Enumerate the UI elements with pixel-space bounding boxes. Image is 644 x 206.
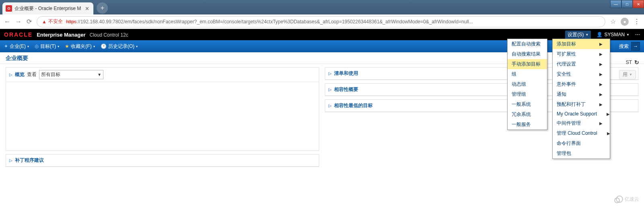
target-icon: ◎ (35, 43, 39, 49)
collapse-icon[interactable]: ▷ (9, 158, 12, 163)
menu-item[interactable]: 添加目标▶ (553, 39, 610, 49)
url-rest: ://192.168.40.99:7802/em/faces/sdk/nonFa… (76, 19, 473, 25)
minimize-button[interactable]: — (610, 0, 621, 8)
menu-item[interactable]: 一般服务 (508, 119, 547, 130)
use-badge[interactable]: 用 ▼ (619, 70, 636, 79)
em-navbar: ✦企业(E)▾ ◎目标(T)▾ ★收藏夹(F)▾ 🕑历史记录(O)▾ 搜索 → (0, 40, 644, 52)
nav-label: 收藏夹(F) (71, 43, 91, 50)
panel-title: 清单和使用 (334, 70, 358, 77)
menu-item[interactable]: 配置自动搜索 (508, 39, 547, 49)
back-icon[interactable]: ← (4, 18, 10, 25)
panel-head[interactable]: ▷ 补丁程序建议 (6, 154, 319, 167)
search-label: 搜索 (619, 43, 629, 50)
nav-targets[interactable]: ◎目标(T)▾ (35, 43, 59, 50)
view-selector: 查看 所有目标 ▼ (27, 70, 103, 79)
forward-icon[interactable]: → (15, 18, 22, 25)
select-value: 所有目标 (41, 71, 60, 78)
browser-tab[interactable]: O 企业概要 - Oracle Enterprise M ✕ (2, 2, 93, 14)
menu-item[interactable]: My Oracle Support▶ (553, 109, 610, 118)
nav-label: 企业(E) (10, 43, 26, 50)
menu-item[interactable]: 命令行界面 (553, 138, 610, 148)
left-column: ▷ 概览 查看 所有目标 ▼ ▷ 补丁程序建议 (6, 67, 319, 167)
watermark: 亿速云 (616, 196, 639, 203)
panel-title: 相容性概要 (334, 86, 358, 93)
oracle-logo: ORACLE (4, 31, 33, 38)
menu-item[interactable]: 预配和打补丁▶ (553, 99, 610, 109)
star-icon: ★ (65, 43, 69, 49)
menu-item[interactable]: 冗余系统 (508, 109, 547, 119)
caret-down-icon: ▾ (27, 45, 29, 48)
menu-item[interactable]: 管理包 (553, 148, 610, 159)
settings-menu-button[interactable]: 设置(S) ▼ (565, 31, 591, 39)
product-name: Enterprise Manager (37, 32, 85, 38)
refresh-icon[interactable]: ↻ (634, 59, 639, 66)
panel-title: 概览 (15, 71, 25, 78)
use-badge-label: 用 (623, 71, 627, 78)
brand: ORACLE Enterprise Manager Cloud Control … (4, 31, 128, 38)
profile-icon[interactable]: ● (621, 18, 629, 26)
browser-menu-icon[interactable]: ⋮ (634, 18, 640, 25)
warning-icon: ▲ (42, 19, 47, 25)
reload-icon[interactable]: ⟳ (27, 18, 32, 25)
address-bar: ← → ⟳ ▲ 不安全 https ://192.168.40.99:7802/… (0, 14, 644, 29)
caret-down-icon: ▼ (585, 33, 588, 37)
topbar-right: 设置(S) ▼ 👤 SYSMAN ▼ ⋯ (565, 31, 640, 39)
menu-item[interactable]: 意外事件▶ (553, 79, 610, 89)
caret-down-icon: ▼ (97, 72, 101, 77)
favicon-icon: O (6, 5, 12, 12)
menu-item[interactable]: 自动搜索结果 (508, 49, 547, 59)
em-topbar: ORACLE Enterprise Manager Cloud Control … (0, 29, 644, 40)
add-target-submenu: 配置自动搜索自动搜索结果手动添加目标组动态组管理组一般系统冗余系统一般服务 (507, 39, 547, 130)
menu-item[interactable]: 动态组 (508, 79, 547, 89)
menu-item[interactable]: 一般系统 (508, 99, 547, 109)
view-select[interactable]: 所有目标 ▼ (39, 70, 103, 79)
insecure-badge: ▲ 不安全 (42, 18, 63, 25)
nav-left: ✦企业(E)▾ ◎目标(T)▾ ★收藏夹(F)▾ 🕑历史记录(O)▾ (4, 43, 138, 50)
caret-down-icon: ▼ (626, 33, 630, 37)
url-box[interactable]: ▲ 不安全 https ://192.168.40.99:7802/em/fac… (37, 16, 605, 27)
bookmark-icon[interactable]: ☆ (610, 18, 616, 25)
watermark-text: 亿速云 (625, 196, 639, 203)
product-sub: Cloud Control 12c (90, 32, 128, 38)
cst-text: ST (626, 60, 632, 65)
collapse-icon[interactable]: ▷ (328, 87, 332, 92)
more-icon[interactable]: ⋯ (635, 32, 640, 37)
menu-item[interactable]: 代理设置▶ (553, 59, 610, 69)
collapse-icon[interactable]: ▷ (9, 72, 12, 77)
menu-item[interactable]: 手动添加目标 (508, 59, 547, 69)
window-controls: — □ ✕ (610, 0, 644, 8)
panel-title: 补丁程序建议 (15, 157, 44, 164)
menu-item[interactable]: 可扩展性▶ (553, 49, 610, 59)
menu-item[interactable]: 通知▶ (553, 89, 610, 99)
menu-item[interactable]: 中间件管理▶ (553, 118, 610, 128)
collapse-icon[interactable]: ▷ (328, 103, 332, 108)
menu-item[interactable]: 安全性▶ (553, 69, 610, 79)
view-label: 查看 (27, 71, 37, 78)
caret-down-icon: ▾ (136, 45, 138, 48)
tab-title: 企业概要 - Oracle Enterprise M (14, 5, 81, 12)
panel-head[interactable]: ▷ 概览 查看 所有目标 ▼ (6, 68, 319, 82)
settings-menu: 添加目标▶可扩展性▶代理设置▶安全性▶意外事件▶通知▶预配和打补丁▶My Ora… (552, 39, 610, 159)
menu-item[interactable]: 管理组 (508, 89, 547, 99)
nav-label: 历史记录(O) (108, 43, 134, 50)
browser-titlebar: O 企业概要 - Oracle Enterprise M ✕ + — □ ✕ (0, 0, 644, 14)
panel-body (6, 82, 319, 150)
nav-label: 目标(T) (40, 43, 56, 50)
menu-item[interactable]: 组 (508, 69, 547, 79)
nav-enterprise[interactable]: ✦企业(E)▾ (4, 43, 29, 50)
search-go-button[interactable]: → (631, 42, 640, 51)
panel-title: 相容性最低的目标 (334, 102, 373, 109)
user-menu-button[interactable]: 👤 SYSMAN ▼ (597, 32, 630, 37)
close-icon[interactable]: ✕ (85, 6, 89, 12)
close-window-button[interactable]: ✕ (633, 0, 644, 8)
nav-favorites[interactable]: ★收藏夹(F)▾ (65, 43, 95, 50)
new-tab-button[interactable]: + (97, 2, 108, 14)
menu-item[interactable]: 管理 Cloud Control▶ (553, 128, 610, 138)
insecure-label: 不安全 (48, 18, 63, 25)
user-icon: 👤 (597, 32, 603, 37)
maximize-button[interactable]: □ (621, 0, 633, 8)
url-text: https ://192.168.40.99:7802/em/faces/sdk… (66, 19, 473, 25)
collapse-icon[interactable]: ▷ (328, 71, 332, 76)
nav-history[interactable]: 🕑历史记录(O)▾ (101, 43, 138, 50)
panel-patch: ▷ 补丁程序建议 (6, 154, 319, 167)
